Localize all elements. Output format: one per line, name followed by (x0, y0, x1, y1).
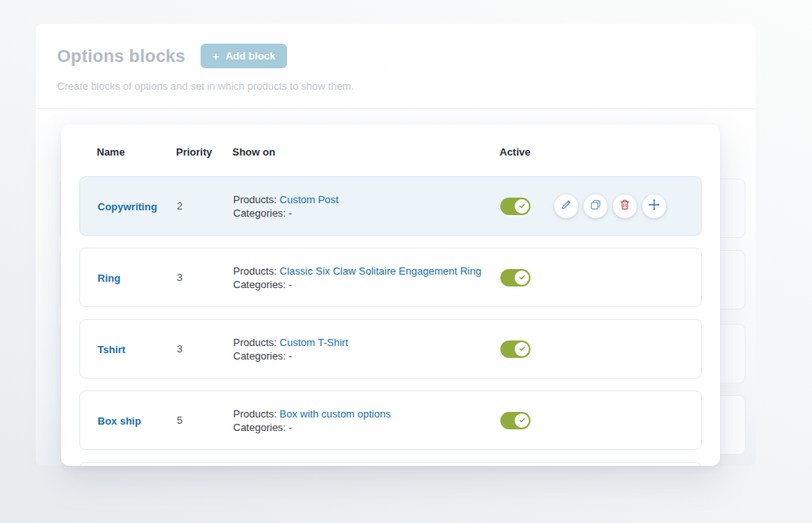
column-header-show-on: Show on (232, 146, 500, 158)
products-label: Products: (233, 408, 277, 420)
add-block-button[interactable]: + Add block (201, 44, 288, 68)
header-divider (36, 108, 756, 109)
table-row: Box ship 5 Products: Box with custom opt… (79, 390, 702, 450)
page-subtitle: Create blocks of options and set in whic… (57, 80, 756, 92)
active-toggle[interactable] (500, 198, 530, 215)
block-name-link[interactable]: Copywriting (98, 201, 157, 213)
products-label: Products: (233, 265, 277, 277)
duplicate-icon (589, 198, 602, 213)
categories-value: - (289, 350, 292, 362)
active-toggle[interactable] (500, 269, 530, 286)
categories-value: - (289, 207, 292, 219)
edit-button[interactable] (554, 194, 578, 218)
plus-icon: + (213, 50, 220, 62)
categories-value: - (289, 279, 292, 290)
move-icon (648, 198, 661, 213)
active-toggle[interactable] (500, 340, 530, 358)
priority-value: 2 (177, 200, 233, 212)
block-name-link[interactable]: Ring (98, 272, 121, 284)
add-block-label: Add block (225, 50, 275, 62)
table-header: Name Priority Show on Active (79, 125, 702, 176)
options-table-card: Name Priority Show on Active Copywriting… (61, 125, 720, 466)
toggle-check-icon (515, 342, 529, 356)
column-header-active: Active (500, 146, 702, 158)
table-row-partial (79, 462, 702, 466)
delete-button[interactable] (613, 194, 637, 218)
categories-label: Categories: (233, 207, 285, 219)
categories-label: Categories: (233, 279, 285, 290)
column-header-priority: Priority (176, 146, 232, 158)
block-name-link[interactable]: Tshirt (98, 344, 125, 356)
product-link[interactable]: Custom T-Shirt (280, 336, 348, 348)
priority-value: 3 (177, 271, 233, 283)
products-label: Products: (233, 336, 277, 348)
priority-value: 3 (177, 343, 233, 355)
toggle-check-icon (515, 199, 529, 213)
table-row: Ring 3 Products: Classic Six Claw Solita… (79, 248, 702, 307)
product-link[interactable]: Classic Six Claw Solitaire Engagement Ri… (280, 265, 481, 277)
column-header-name: Name (97, 146, 176, 158)
row-actions (554, 194, 666, 218)
duplicate-button[interactable] (584, 194, 607, 218)
toggle-check-icon (515, 271, 529, 285)
block-name-link[interactable]: Box ship (98, 415, 141, 427)
categories-label: Categories: (233, 350, 285, 362)
table-row: Copywriting 2 Products: Custom Post Cate… (79, 176, 702, 236)
categories-label: Categories: (233, 421, 285, 433)
move-button[interactable] (642, 194, 666, 218)
active-toggle[interactable] (500, 412, 530, 429)
product-link[interactable]: Custom Post (280, 194, 339, 206)
product-link[interactable]: Box with custom options (280, 408, 391, 420)
priority-value: 5 (177, 414, 233, 426)
delete-icon (619, 198, 631, 213)
edit-icon (560, 198, 573, 213)
categories-value: - (289, 421, 292, 433)
table-row: Tshirt 3 Products: Custom T-Shirt Catego… (79, 319, 702, 379)
page-title: Options blocks (57, 46, 186, 67)
toggle-check-icon (515, 413, 529, 428)
products-label: Products: (233, 194, 277, 206)
